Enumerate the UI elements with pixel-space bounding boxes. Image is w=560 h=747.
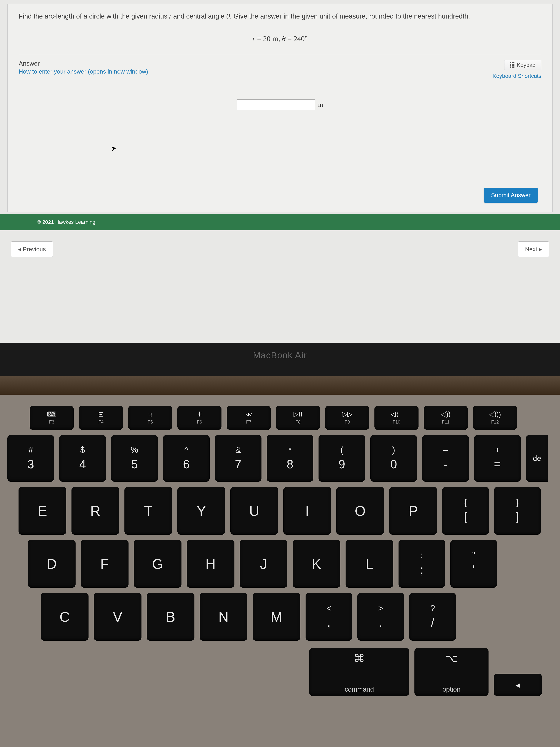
key-5[interactable]: %5 [111,435,158,482]
key-t[interactable]: T [125,487,172,535]
unit-label: m [318,101,323,108]
key-o[interactable]: O [336,487,384,535]
key-e[interactable]: E [19,487,66,535]
formula: r = 20 m; θ = 240° [19,34,541,43]
f11-key[interactable]: ◁))F11 [424,406,468,430]
key-g[interactable]: G [134,540,182,588]
key-punct[interactable]: >. [357,593,404,641]
key-punct[interactable]: "' [450,540,497,588]
key-m[interactable]: M [252,593,300,641]
answer-label: Answer [19,60,148,67]
key-6[interactable]: ^6 [163,435,210,482]
keypad-icon [510,62,514,68]
mute-icon: ◁） [391,411,402,418]
forward-icon: ▷▷ [342,411,352,418]
key-j[interactable]: J [240,540,287,588]
physical-keyboard: ⌨F3⊞F4☼F5☀F6◃◃F7▷IIF8▷▷F9◁）F10◁))F11◁)))… [0,395,560,747]
key-punct[interactable]: :; [399,540,445,588]
answer-input[interactable] [237,100,315,110]
key-r[interactable]: R [72,487,119,535]
f8-key[interactable]: ▷IIF8 [276,406,320,430]
command-key[interactable]: ⌘ command [309,648,409,696]
key-3[interactable]: #3 [7,435,54,482]
key-7[interactable]: &7 [215,435,262,482]
key-y[interactable]: Y [178,487,225,535]
f10-key[interactable]: ◁）F10 [374,406,419,430]
f7-key[interactable]: ◃◃F7 [227,406,271,430]
f4-key[interactable]: ⊞F4 [79,406,123,430]
key-f[interactable]: F [81,540,129,588]
submit-answer-button[interactable]: Submit Answer [484,188,538,203]
keyboard-shortcuts-link[interactable]: Keyboard Shortcuts [492,73,541,79]
laptop-bezel: MacBook Air [0,343,560,376]
key-k[interactable]: K [293,540,340,588]
playpause-icon: ▷II [294,411,302,418]
key-b[interactable]: B [147,593,194,641]
key-punct[interactable]: ?/ [409,593,456,641]
key-h[interactable]: H [187,540,235,588]
key-4[interactable]: $4 [59,435,106,482]
f5-key[interactable]: ☼F5 [128,406,172,430]
key-u[interactable]: U [230,487,278,535]
key-=[interactable]: += [474,435,521,482]
key-0[interactable]: )0 [370,435,417,482]
key-8[interactable]: *8 [267,435,313,482]
question-text: Find the arc-length of a circle with the… [19,11,541,21]
key-punct[interactable]: <, [305,593,352,641]
laptop-hinge [0,376,560,395]
key-l[interactable]: L [346,540,393,588]
key-n[interactable]: N [199,593,247,641]
how-to-enter-link[interactable]: How to enter your answer (opens in new w… [19,68,148,75]
arrow-left-key[interactable]: ◂ [494,674,542,696]
rewind-icon: ◃◃ [245,411,252,418]
option-key[interactable]: ⌥ option [415,648,488,696]
previous-button[interactable]: ◂ Previous [11,241,53,257]
f9-key[interactable]: ▷▷F9 [325,406,369,430]
caret-left-icon: ◂ [18,246,21,253]
macbook-label: MacBook Air [253,350,307,360]
f3-key[interactable]: ⌨F3 [30,406,74,430]
key-v[interactable]: V [94,593,141,641]
copyright-bar: © 2021 Hawkes Learning [0,214,560,230]
key-bracket[interactable]: }] [494,487,541,535]
next-button[interactable]: Next ▸ [518,241,549,257]
dim-icon: ☼ [147,411,153,418]
keypad-button[interactable]: Keypad [504,60,541,70]
bright-icon: ☀ [196,411,203,418]
key-d[interactable]: D [28,540,76,588]
f6-key[interactable]: ☀F6 [178,406,221,430]
key-bracket[interactable]: {[ [442,487,489,535]
key-9[interactable]: (9 [319,435,365,482]
key-p[interactable]: P [389,487,437,535]
arrow-left-icon: ◂ [515,679,520,690]
key-c[interactable]: C [41,593,88,641]
voldown-icon: ◁)) [441,411,451,418]
f12-key[interactable]: ◁)))F12 [473,406,517,430]
key-i[interactable]: I [283,487,331,535]
volup-icon: ◁))) [489,411,501,418]
key--[interactable]: –- [422,435,469,482]
caret-right-icon: ▸ [539,246,542,253]
delete-key[interactable]: de [526,435,548,482]
launchpad-icon: ⊞ [98,411,104,418]
option-icon: ⌥ [445,652,458,665]
command-icon: ⌘ [354,652,365,665]
expose-icon: ⌨ [47,411,56,418]
